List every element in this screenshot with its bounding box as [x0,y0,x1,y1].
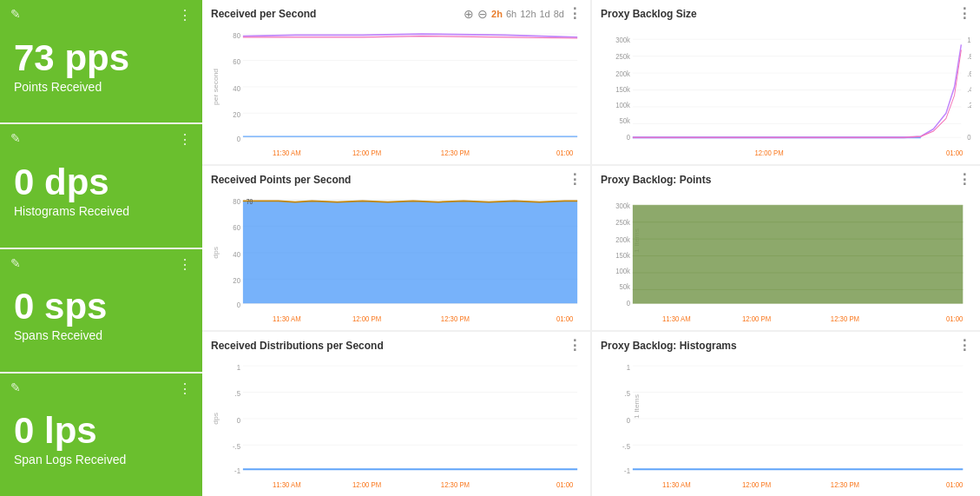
more-btn-pbh[interactable]: ⋮ [957,337,971,354]
chart-body-rpps: 80 60 40 20 0 dps [211,189,582,327]
chart-title-pbp: Proxy Backlog: Points [601,174,711,186]
svg-text:40: 40 [233,83,240,93]
svg-text:20: 20 [233,109,240,119]
more-btn-pbs[interactable]: ⋮ [957,5,971,22]
stat-card-spans-received: ✎ ⋮ 0 sps Spans Received [0,249,202,372]
svg-text:11:30 AM: 11:30 AM [273,148,301,157]
stat-card-span-logs-received: ✎ ⋮ 0 lps Span Logs Received [0,374,202,496]
chart-title-pbs: Proxy Backlog Size [601,8,697,20]
stat-card-points-received: ✎ ⋮ 73 pps Points Received [0,0,202,122]
chart-svg-pbh: 1 .5 0 -.5 -1 1 Items 11:30 AM [601,355,971,493]
more-btn-rpps[interactable]: ⋮ [568,171,582,188]
chart-header-pbp: Proxy Backlog: Points ⋮ [601,171,971,188]
chart-title-pbh: Proxy Backlog: Histograms [601,340,737,352]
svg-text:.2: .2 [967,100,971,109]
chart-svg-rdps: 1 .5 0 -.5 -1 dps 11:30 AM [211,355,582,493]
svg-text:01:00: 01:00 [556,148,573,157]
svg-text:.5: .5 [234,389,240,399]
chart-body-rps: 80 60 40 20 0 per second 11:30 AM 12:00 … [211,23,582,161]
svg-text:01:00: 01:00 [946,479,963,489]
chart-header-rpps: Received Points per Second ⋮ [211,171,582,188]
svg-text:250k: 250k [615,51,630,61]
time-btn-8d[interactable]: 8d [554,9,564,19]
stat-label-histograms: Histograms Received [14,204,188,218]
chart-received-points-per-second: Received Points per Second ⋮ 80 60 40 20… [202,166,590,330]
svg-text:12:30 PM: 12:30 PM [831,479,859,489]
more-icon-span-logs[interactable]: ⋮ [178,380,192,397]
svg-text:11:30 AM: 11:30 AM [662,479,691,489]
chart-body-pbp: 300k 250k 200k 150k 100k 50k 0 1 Items [601,189,971,327]
svg-text:12:30 PM: 12:30 PM [831,314,859,323]
edit-icon-span-logs[interactable]: ✎ [10,380,21,394]
svg-text:.4: .4 [967,84,971,94]
svg-text:0: 0 [627,415,630,425]
svg-text:150k: 150k [615,84,630,94]
svg-text:250k: 250k [615,217,630,227]
time-btn-1d[interactable]: 1d [540,9,550,19]
chart-received-distributions-per-second: Received Distributions per Second ⋮ 1 .5… [202,332,590,496]
stat-label-spans: Spans Received [14,328,188,342]
chart-col-right: Proxy Backlog Size ⋮ 300k 250k 200k 150k… [592,0,980,496]
svg-text:0: 0 [237,415,240,425]
charts-area: Received per Second ⊕ ⊖ 2h 6h 12h 1d 8d … [202,0,980,496]
svg-text:-1: -1 [624,466,630,475]
chart-header-rps: Received per Second ⊕ ⊖ 2h 6h 12h 1d 8d … [211,5,582,22]
svg-text:.5: .5 [624,389,630,399]
chart-proxy-backlog-points: Proxy Backlog: Points ⋮ 300k 250k 200k 1… [592,166,980,330]
chart-header-pbs: Proxy Backlog Size ⋮ [601,5,971,22]
svg-text:40: 40 [233,249,240,259]
more-icon-spans[interactable]: ⋮ [178,256,192,273]
svg-text:20: 20 [233,275,240,285]
svg-text:1 Items: 1 Items [633,394,640,419]
edit-icon-histograms[interactable]: ✎ [10,131,21,145]
edit-icon-spans[interactable]: ✎ [10,256,21,270]
svg-text:.8: .8 [967,51,971,61]
svg-text:70: 70 [247,197,253,206]
svg-text:50k: 50k [619,116,630,126]
svg-text:01:00: 01:00 [556,314,573,323]
svg-text:12:00 PM: 12:00 PM [352,148,381,157]
time-btn-12h[interactable]: 12h [520,9,536,19]
chart-proxy-backlog-histograms: Proxy Backlog: Histograms ⋮ 1 .5 0 -.5 -… [592,332,980,496]
more-btn-rps[interactable]: ⋮ [568,5,582,22]
more-icon-histograms[interactable]: ⋮ [178,131,192,148]
svg-text:80: 80 [233,196,240,206]
svg-text:per second: per second [213,69,220,105]
stat-value-spans: 0 sps [14,287,188,327]
more-icon-points[interactable]: ⋮ [178,7,192,23]
svg-text:11:30 AM: 11:30 AM [273,314,301,323]
time-btn-6h[interactable]: 6h [506,9,516,19]
svg-text:0: 0 [627,132,630,142]
svg-text:60: 60 [233,57,240,67]
svg-text:01:00: 01:00 [556,479,573,489]
svg-text:100k: 100k [615,100,630,109]
chart-body-pbs: 300k 250k 200k 150k 100k 50k 0 1 .8 .6 .… [601,23,971,161]
svg-text:12:30 PM: 12:30 PM [441,479,470,489]
chart-col-middle: Received per Second ⊕ ⊖ 2h 6h 12h 1d 8d … [202,0,590,496]
svg-text:1: 1 [627,362,630,372]
svg-text:-.5: -.5 [622,441,630,451]
svg-text:12:30 PM: 12:30 PM [441,314,470,323]
svg-text:0: 0 [967,132,970,142]
chart-proxy-backlog-size: Proxy Backlog Size ⋮ 300k 250k 200k 150k… [592,0,980,164]
svg-text:11:30 AM: 11:30 AM [273,479,301,489]
stat-value-points: 73 pps [14,38,188,78]
svg-text:80: 80 [233,30,240,40]
svg-text:200k: 200k [615,69,630,78]
chart-controls-rps: ⊕ ⊖ 2h 6h 12h 1d 8d ⋮ [464,5,582,22]
more-btn-rdps[interactable]: ⋮ [568,337,582,354]
svg-text:0: 0 [237,134,240,143]
svg-text:60: 60 [233,223,240,233]
zoom-out-icon-rps[interactable]: ⊖ [477,7,488,21]
zoom-in-icon-rps[interactable]: ⊕ [464,7,474,21]
edit-icon-points[interactable]: ✎ [10,7,21,21]
time-btn-2h[interactable]: 2h [491,9,503,19]
svg-text:01:00: 01:00 [946,148,963,157]
stat-label-span-logs: Span Logs Received [14,453,188,466]
chart-title-rpps: Received Points per Second [211,174,351,186]
more-btn-pbp[interactable]: ⋮ [957,171,971,188]
svg-text:.6: .6 [967,69,971,78]
chart-title-rps: Received per Second [211,8,316,20]
stat-value-histograms: 0 dps [14,162,188,202]
svg-text:-.5: -.5 [233,441,240,451]
